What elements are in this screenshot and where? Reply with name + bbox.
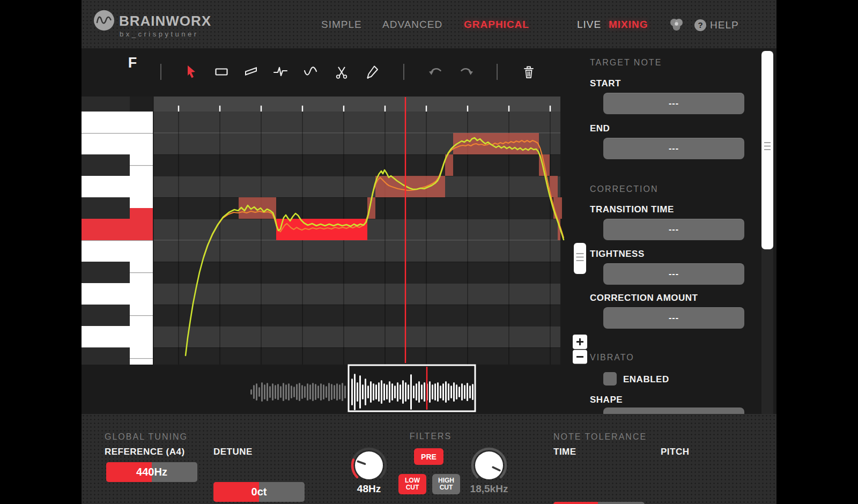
tab-simple[interactable]: SIMPLE (321, 19, 362, 31)
undo-icon[interactable] (426, 63, 445, 81)
brainworx-logo-icon (93, 9, 115, 32)
section-vibrato: VIBRATO (590, 353, 634, 362)
mode-live[interactable]: LIVE (577, 19, 601, 31)
redo-icon[interactable] (457, 63, 476, 81)
help-icon[interactable]: ? (694, 19, 706, 31)
plugin-window: BRAINWORX bx_crispytuner SIMPLE ADVANCED… (82, 0, 776, 504)
low-cut-freq-value: 48Hz (347, 483, 390, 495)
section-global-tuning: GLOBAL TUNING (105, 432, 188, 442)
time-slider[interactable]: 10ms (553, 502, 645, 504)
mode-mixing[interactable]: MIXING (609, 19, 648, 31)
section-correction: CORRECTION (590, 184, 659, 194)
start-label: START (590, 78, 621, 89)
toolbar-separator (160, 64, 161, 80)
reference-value: 440Hz (106, 462, 197, 482)
vibrato-enabled-checkbox[interactable] (603, 372, 617, 386)
high-cut-button[interactable]: HIGH CUT (432, 474, 460, 494)
transition-time-field[interactable]: --- (603, 219, 744, 240)
low-cut-knob[interactable] (347, 444, 390, 487)
product-title: bx_crispytuner (120, 30, 199, 38)
drift-tool-icon[interactable] (242, 63, 260, 81)
tightness-field[interactable]: --- (603, 263, 744, 285)
time-label: TIME (553, 447, 576, 457)
theme-icon[interactable] (667, 16, 685, 34)
vibrato-shape-field[interactable] (603, 407, 744, 414)
low-cut-button[interactable]: LOW CUT (398, 474, 426, 494)
pitch-spike-tool-icon[interactable] (271, 63, 290, 81)
help-label[interactable]: HELP (710, 19, 739, 31)
high-cut-freq-value: 18,5kHz (462, 483, 516, 495)
draw-tool-icon[interactable] (363, 63, 381, 81)
header-bar: BRAINWORX bx_crispytuner SIMPLE ADVANCED… (82, 0, 776, 48)
high-cut-knob[interactable] (468, 444, 511, 487)
delete-icon[interactable] (520, 63, 538, 81)
vibrato-shape-label: SHAPE (590, 395, 623, 405)
vibrato-enabled-label: ENABLED (623, 374, 669, 385)
start-value-field[interactable]: --- (603, 93, 744, 114)
section-filters: FILTERS (401, 432, 460, 441)
detune-value: 0ct (213, 482, 305, 502)
toolbar-separator (403, 64, 404, 80)
transition-time-label: TRANSITION TIME (590, 204, 674, 215)
time-value: 10ms (553, 502, 645, 504)
end-label: END (590, 123, 610, 134)
pitch-label: PITCH (661, 447, 690, 457)
tab-graphical[interactable]: GRAPHICAL (464, 19, 529, 31)
section-note-tolerance: NOTE TOLERANCE (553, 432, 647, 442)
scale-key-button[interactable]: F (123, 55, 142, 71)
section-target-note: TARGET NOTE (590, 58, 662, 68)
tightness-label: TIGHTNESS (590, 249, 645, 260)
toolbar-separator (497, 64, 498, 80)
end-value-field[interactable]: --- (603, 138, 744, 159)
pre-button[interactable]: PRE (414, 448, 443, 465)
correction-amount-field[interactable]: --- (603, 307, 744, 329)
reference-slider[interactable]: 440Hz (106, 462, 197, 482)
brand-title: BRAINWORX (119, 13, 211, 29)
correction-amount-label: CORRECTION AMOUNT (590, 293, 698, 303)
reference-label: REFERENCE (A4) (105, 447, 185, 457)
detune-slider[interactable]: 0ct (213, 482, 305, 502)
cut-tool-icon[interactable] (332, 63, 351, 81)
rectangle-tool-icon[interactable] (212, 63, 231, 81)
tab-advanced[interactable]: ADVANCED (382, 19, 442, 31)
select-tool-icon[interactable] (182, 63, 201, 81)
detune-label: DETUNE (213, 447, 253, 457)
wave-tool-icon[interactable] (302, 63, 320, 81)
